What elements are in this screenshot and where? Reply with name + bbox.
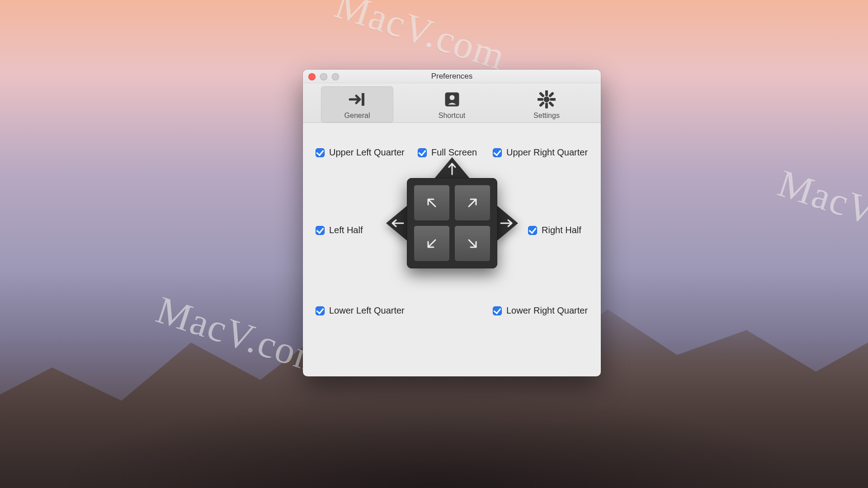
- checkbox-full-screen[interactable]: Full Screen: [418, 147, 477, 158]
- zoom-icon[interactable]: [332, 73, 339, 80]
- svg-line-8: [541, 94, 543, 96]
- checkbox-input[interactable]: [418, 148, 427, 157]
- tab-general[interactable]: General: [321, 86, 393, 122]
- arrow-right-icon: [499, 219, 514, 228]
- checkbox-input[interactable]: [316, 148, 325, 157]
- tab-settings-label: Settings: [533, 112, 560, 120]
- preferences-window: Preferences General Shortcut Settings: [303, 70, 601, 376]
- checkbox-left-half[interactable]: Left Half: [316, 225, 363, 235]
- arrow-up-icon: [448, 161, 457, 176]
- svg-point-3: [544, 97, 549, 102]
- window-controls: [308, 73, 339, 80]
- quad-top-left: [414, 185, 450, 221]
- checkbox-label: Left Half: [329, 225, 363, 235]
- titlebar[interactable]: Preferences: [303, 70, 601, 83]
- checkbox-input[interactable]: [493, 148, 502, 157]
- window-title: Preferences: [431, 72, 473, 81]
- checkbox-upper-right-quarter[interactable]: Upper Right Quarter: [493, 147, 588, 158]
- svg-rect-0: [362, 93, 364, 106]
- close-icon[interactable]: [308, 73, 316, 80]
- svg-line-10: [550, 94, 552, 96]
- watermark: MacV.com: [330, 0, 511, 79]
- tab-settings[interactable]: Settings: [510, 86, 583, 122]
- quad-top-right: [454, 185, 491, 221]
- checkbox-input[interactable]: [316, 306, 325, 315]
- snap-core: [407, 178, 497, 268]
- svg-line-11: [541, 103, 543, 105]
- tab-shortcut[interactable]: Shortcut: [416, 86, 488, 122]
- tab-general-label: General: [344, 112, 370, 120]
- checkbox-label: Lower Right Quarter: [506, 305, 588, 316]
- content-area: Upper Left Quarter Full Screen Upper Rig…: [303, 123, 601, 376]
- general-icon: [348, 90, 367, 109]
- checkbox-input[interactable]: [316, 226, 325, 235]
- checkbox-lower-right-quarter[interactable]: Lower Right Quarter: [493, 305, 588, 316]
- checkbox-lower-left-quarter[interactable]: Lower Left Quarter: [316, 305, 405, 316]
- checkbox-label: Upper Left Quarter: [329, 147, 405, 158]
- checkbox-label: Upper Right Quarter: [506, 147, 588, 158]
- arrow-left-icon: [390, 219, 405, 228]
- svg-point-2: [449, 95, 455, 100]
- checkbox-right-half[interactable]: Right Half: [528, 225, 581, 235]
- checkbox-input[interactable]: [493, 306, 502, 315]
- checkbox-upper-left-quarter[interactable]: Upper Left Quarter: [316, 147, 405, 158]
- snap-diagram: [387, 158, 517, 285]
- checkbox-label: Lower Left Quarter: [329, 305, 405, 316]
- checkbox-input[interactable]: [528, 226, 537, 235]
- minimize-icon[interactable]: [320, 73, 327, 80]
- quad-bottom-left: [414, 225, 450, 262]
- watermark: MacV.com: [773, 160, 868, 258]
- checkbox-label: Right Half: [542, 225, 581, 235]
- settings-icon: [537, 90, 556, 109]
- shortcut-icon: [443, 90, 462, 109]
- quad-bottom-right: [454, 225, 491, 262]
- svg-line-9: [550, 103, 552, 105]
- toolbar: General Shortcut Settings: [303, 83, 601, 123]
- checkbox-label: Full Screen: [431, 147, 477, 158]
- tab-shortcut-label: Shortcut: [439, 112, 466, 120]
- desktop-background: MacV.com MacV.com MacV.com Preferences G…: [0, 0, 868, 488]
